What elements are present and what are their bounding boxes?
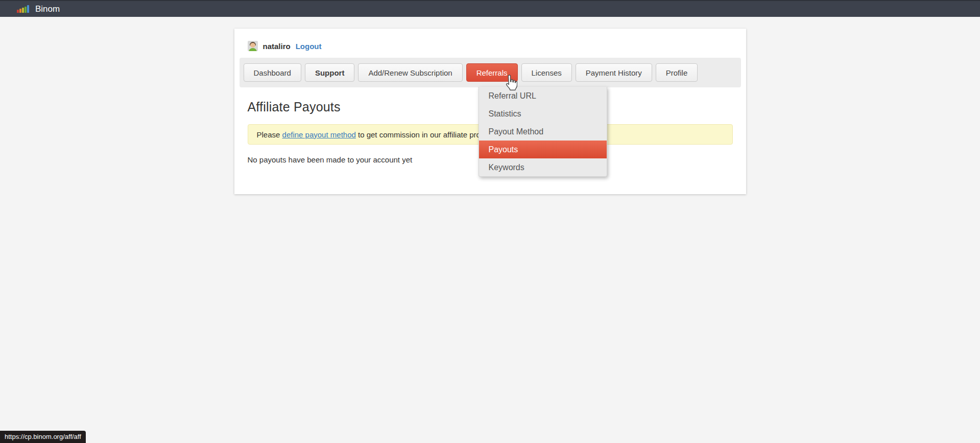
menu-item-keywords[interactable]: Keywords xyxy=(479,158,607,176)
menu-item-payouts[interactable]: Payouts xyxy=(479,141,607,158)
menu-item-referral-url[interactable]: Referral URL xyxy=(479,87,607,105)
tab-payment-history[interactable]: Payment History xyxy=(576,63,652,82)
logout-link[interactable]: Logout xyxy=(296,42,322,51)
status-url-bar: https://cp.binom.org/aff/aff xyxy=(0,431,86,443)
menu-item-statistics[interactable]: Statistics xyxy=(479,105,607,123)
notice-text-prefix: Please xyxy=(257,130,282,139)
tab-profile[interactable]: Profile xyxy=(656,63,698,82)
referrals-dropdown-menu: Referral URL Statistics Payout Method Pa… xyxy=(479,87,607,177)
tab-referrals[interactable]: Referrals xyxy=(466,63,518,82)
user-avatar xyxy=(248,41,258,51)
tab-dashboard[interactable]: Dashboard xyxy=(244,63,301,82)
notice-text-suffix: to get commission in our affiliate progr… xyxy=(356,130,498,139)
username: nataliro xyxy=(263,42,291,51)
tab-licenses[interactable]: Licenses xyxy=(521,63,572,82)
user-row: nataliro Logout xyxy=(234,29,746,58)
tab-support[interactable]: Support xyxy=(305,63,355,82)
main-card: nataliro Logout Dashboard Support Add/Re… xyxy=(234,29,746,194)
menu-item-payout-method[interactable]: Payout Method xyxy=(479,123,607,141)
binom-logo-icon xyxy=(17,5,29,13)
top-bar: Binom xyxy=(0,0,980,17)
tab-add-renew-subscription[interactable]: Add/Renew Subscription xyxy=(358,63,462,82)
brand-title: Binom xyxy=(35,4,60,14)
main-nav: Dashboard Support Add/Renew Subscription… xyxy=(240,58,741,87)
define-payout-method-link[interactable]: define payout method xyxy=(282,130,356,139)
